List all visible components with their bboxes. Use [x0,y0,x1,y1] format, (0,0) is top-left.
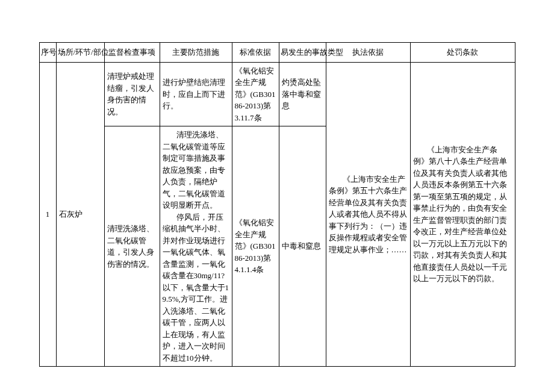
cell-law: 《上海市安全生产条例》第五十六条生产经营单位及其有关负责人或者其他人员不得从事下… [326,62,410,367]
cell-item-2: 清理洗涤塔、二氧化碳管道，引发人身伤害的情况。 [104,126,160,367]
cell-measure-1: 进行炉壁结疤清理时，应自上而下进行。 [160,62,232,126]
header-accident: 易发生的事故类型 [279,43,326,63]
penalty-text: 《上海市安全生产条例》第八十八条生产经营单位及其有关负责人或者其他人员违反本条例… [413,144,512,285]
header-place: 场所/环节/部位 [56,43,104,63]
cell-penalty: 《上海市安全生产条例》第八十八条生产经营单位及其有关负责人或者其他人员违反本条例… [410,62,515,367]
table-row: 1 石灰炉 清理炉戒处理结瘤，引发人身伤害的情况。 进行炉壁结疤清理时，应自上而… [39,62,515,126]
regulation-table: 序号 场所/环节/部位 监督检查事项 主要防范措施 标准依据 易发生的事故类型 … [39,42,515,367]
header-item: 监督检查事项 [104,43,160,63]
cell-seq: 1 [39,62,56,367]
measure-2-p1: 清理洗涤塔、二氧化碳管道等应制定可靠措施及事故应急预案，由专人负责，隔绝炉气，二… [163,129,229,211]
law-text: 《上海市安全生产条例》第五十六条生产经营单位及其有关负责人或者其他人员不得从事下… [329,173,408,256]
header-measure: 主要防范措施 [160,43,232,63]
header-seq: 序号 [39,43,56,63]
table-header-row: 序号 场所/环节/部位 监督检查事项 主要防范措施 标准依据 易发生的事故类型 … [39,43,515,63]
header-standard: 标准依据 [232,43,279,63]
measure-2-p2: 停风后，开压缩机抽气半小时、并对作业现场进行一氧化碳气体、氧含量监测，一氧化碳含… [163,211,229,364]
header-penalty: 处罚条款 [410,43,515,63]
cell-measure-2: 清理洗涤塔、二氧化碳管道等应制定可靠措施及事故应急预案，由专人负责，隔绝炉气，二… [160,126,232,367]
cell-standard-2: 《氧化铝安全生产规范》(GB30186-2013)第4.1.1.4条 [232,126,279,367]
cell-place: 石灰炉 [56,62,104,367]
cell-accident-1: 灼烫高处坠落中毒和窒息 [279,62,326,126]
cell-accident-2: 中毒和窒息 [279,126,326,367]
cell-item-1: 清理炉戒处理结瘤，引发人身伤害的情况。 [104,62,160,126]
cell-standard-1: 《氧化铝安全生产规范》(GB30186-2013)第3.11.7条 [232,62,279,126]
